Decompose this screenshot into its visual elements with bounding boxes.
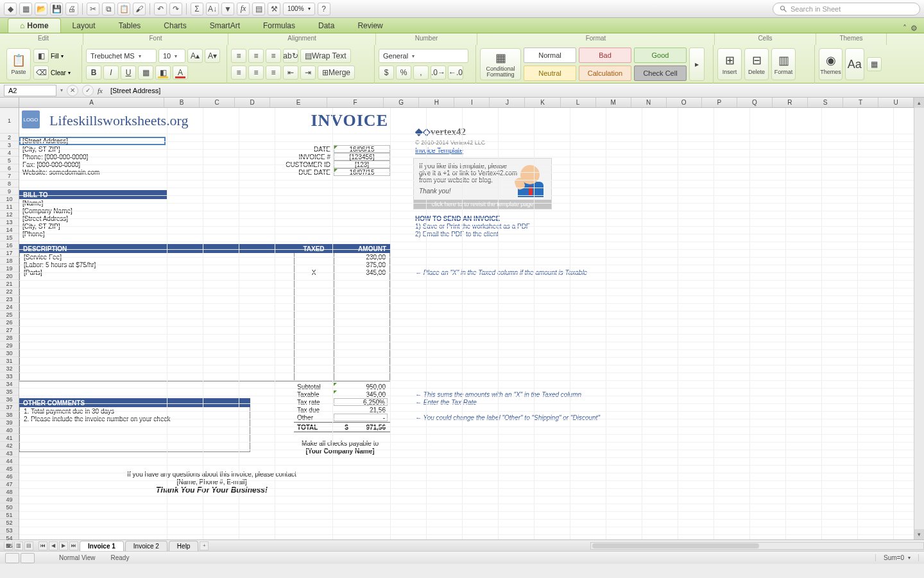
insert-button[interactable]: ⊞Insert <box>717 48 742 80</box>
paste-icon[interactable]: 📋 <box>117 3 130 15</box>
row-header-12[interactable]: 12 <box>0 211 19 218</box>
row-header-20[interactable]: 20 <box>0 272 19 280</box>
col-header-R[interactable]: R <box>773 98 808 107</box>
style-calculation[interactable]: Calculation <box>579 66 631 81</box>
row-header-26[interactable]: 26 <box>0 319 19 326</box>
row-header-19[interactable]: 19 <box>0 265 19 272</box>
tab-prev-icon[interactable]: ◀ <box>49 541 58 550</box>
themes-button[interactable]: ◉Themes <box>819 48 843 80</box>
sheet-tab-invoice1[interactable]: Invoice 1 <box>80 541 124 551</box>
tab-review[interactable]: Review <box>346 19 394 33</box>
undo-icon[interactable]: ↶ <box>154 3 167 15</box>
zoom-dropdown[interactable]: 100%▾ <box>283 3 315 15</box>
orientation-icon[interactable]: ab↻ <box>283 49 298 63</box>
font-size-combo[interactable]: 10▾ <box>158 49 185 63</box>
view-page-icon[interactable] <box>21 553 35 563</box>
row-header-6[interactable]: 6 <box>0 164 19 172</box>
show-formulas-icon[interactable]: ▤ <box>252 3 265 15</box>
dec-inc-icon[interactable]: .0→ <box>431 66 446 80</box>
font-color-button[interactable]: A <box>173 66 188 80</box>
new-icon[interactable]: ▦ <box>19 3 32 15</box>
theme-fonts-button[interactable]: Aa <box>845 48 864 80</box>
col-header-T[interactable]: T <box>843 98 878 107</box>
align-top-icon[interactable]: ≡ <box>231 49 246 63</box>
col-header-F[interactable]: F <box>327 98 384 107</box>
cell-grid[interactable]: LOGO Lifeskillsworksheets.org INVOICE [S… <box>19 108 914 539</box>
sort-icon[interactable]: A↓ <box>206 3 219 15</box>
help-icon[interactable]: ? <box>318 3 330 15</box>
paste-button[interactable]: 📋Paste <box>6 48 31 80</box>
col-header-P[interactable]: P <box>702 98 737 107</box>
fill-button[interactable]: ◧ <box>33 49 49 63</box>
col-header-U[interactable]: U <box>878 98 914 107</box>
col-header-Q[interactable]: Q <box>737 98 773 107</box>
row-header-53[interactable]: 53 <box>0 527 19 534</box>
tab-charts[interactable]: Charts <box>152 19 198 33</box>
indent-dec-icon[interactable]: ⇤ <box>283 66 298 80</box>
col-header-A[interactable]: A <box>19 98 164 107</box>
styles-more-icon[interactable]: ▸ <box>689 48 705 81</box>
row-header-23[interactable]: 23 <box>0 295 19 303</box>
format-painter-icon[interactable]: 🖌 <box>133 3 146 15</box>
row-header-3[interactable]: 3 <box>0 141 19 149</box>
format-button[interactable]: ▥Format <box>771 48 796 80</box>
fill-color-button[interactable]: ◧ <box>155 66 171 80</box>
col-header-S[interactable]: S <box>808 98 843 107</box>
underline-button[interactable]: U <box>121 66 136 80</box>
align-center-icon[interactable]: ≡ <box>248 66 264 80</box>
row-header-52[interactable]: 52 <box>0 519 19 527</box>
toolbox-icon[interactable]: ⚒ <box>268 3 280 15</box>
row-header-42[interactable]: 42 <box>0 442 19 450</box>
row-header-25[interactable]: 25 <box>0 311 19 319</box>
percent-icon[interactable]: % <box>396 66 411 80</box>
number-format-combo[interactable]: General▾ <box>379 49 468 63</box>
row-header-7[interactable]: 7 <box>0 172 19 180</box>
shrink-font-icon[interactable]: A▾ <box>205 49 220 63</box>
redo-icon[interactable]: ↷ <box>169 3 182 15</box>
row-header-27[interactable]: 27 <box>0 326 19 334</box>
tab-home[interactable]: ⌂Home <box>8 18 61 33</box>
style-normal[interactable]: Normal <box>524 48 576 63</box>
col-header-J[interactable]: J <box>490 98 525 107</box>
fx-icon[interactable]: fx <box>237 3 250 15</box>
row-header-39[interactable]: 39 <box>0 419 19 426</box>
row-header-46[interactable]: 46 <box>0 473 19 480</box>
tab-layout[interactable]: Layout <box>61 19 107 33</box>
tab-last-icon[interactable]: ⏭ <box>69 541 78 550</box>
row-header-28[interactable]: 28 <box>0 334 19 342</box>
cut-icon[interactable]: ✂ <box>87 3 99 15</box>
col-header-L[interactable]: L <box>561 98 596 107</box>
style-check-cell[interactable]: Check Cell <box>634 66 687 81</box>
clear-button[interactable]: ⌫ <box>33 66 49 80</box>
dec-dec-icon[interactable]: ←.0 <box>448 66 463 80</box>
tab-formulas[interactable]: Formulas <box>252 19 307 33</box>
cancel-formula-icon[interactable]: ✕ <box>67 85 78 96</box>
col-header-B[interactable]: B <box>164 98 200 107</box>
row-header-54[interactable]: 54 <box>0 534 19 542</box>
row-header-35[interactable]: 35 <box>0 388 19 396</box>
accept-formula-icon[interactable]: ✓ <box>82 85 94 96</box>
row-header-51[interactable]: 51 <box>0 511 19 519</box>
align-middle-icon[interactable]: ≡ <box>248 49 264 63</box>
row-header-40[interactable]: 40 <box>0 426 19 434</box>
row-header-18[interactable]: 18 <box>0 257 19 265</box>
row-header-38[interactable]: 38 <box>0 411 19 419</box>
view-icons-3[interactable]: ▤ <box>24 541 33 550</box>
col-header-G[interactable]: G <box>384 98 419 107</box>
col-header-D[interactable]: D <box>235 98 270 107</box>
align-right-icon[interactable]: ≡ <box>266 66 281 80</box>
merge-button[interactable]: ⊞ Merge <box>318 66 355 80</box>
row-header-4[interactable]: 4 <box>0 149 19 157</box>
horizontal-scrollbar[interactable] <box>590 542 924 550</box>
collapse-ribbon-icon[interactable]: ˄ <box>903 24 907 33</box>
vertical-scrollbar[interactable]: ▴▾ <box>914 98 924 539</box>
promo-link-bar[interactable]: click here to to revisit the template pa… <box>414 200 551 209</box>
font-name-combo[interactable]: Trebuchet MS▾ <box>86 49 157 63</box>
view-normal-icon[interactable] <box>5 553 19 563</box>
row-header-45[interactable]: 45 <box>0 465 19 473</box>
align-left-icon[interactable]: ≡ <box>231 66 246 80</box>
style-bad[interactable]: Bad <box>579 48 631 63</box>
tab-next-icon[interactable]: ▶ <box>59 541 68 550</box>
row-header-10[interactable]: 10 <box>0 195 19 203</box>
row-header-49[interactable]: 49 <box>0 496 19 504</box>
